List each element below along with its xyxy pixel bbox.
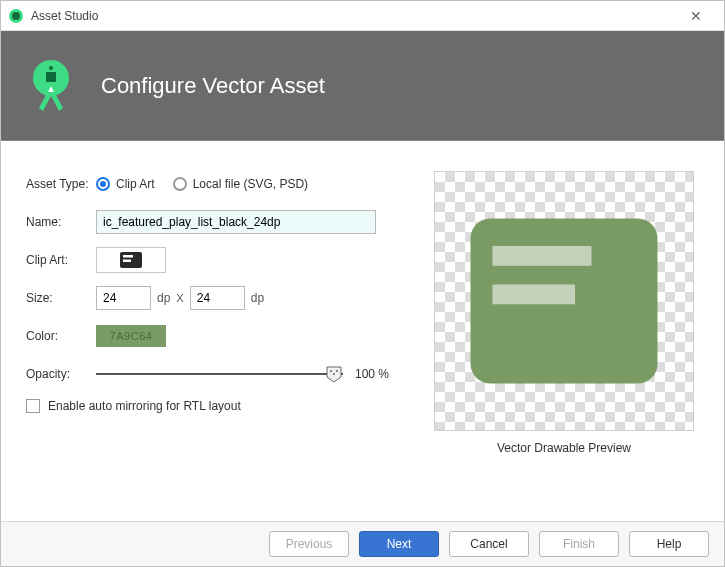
- clip-art-picker-button[interactable]: [96, 247, 166, 273]
- asset-type-label: Asset Type:: [26, 177, 96, 191]
- mirror-row: Enable auto mirroring for RTL layout: [26, 399, 399, 413]
- color-swatch-button[interactable]: 7A9C64: [96, 325, 166, 347]
- clip-art-label: Clip Art:: [26, 253, 96, 267]
- svg-rect-11: [493, 285, 576, 305]
- opacity-value: 100 %: [355, 367, 389, 381]
- radio-local-file[interactable]: Local file (SVG, PSD): [173, 177, 308, 191]
- help-button[interactable]: Help: [629, 531, 709, 557]
- radio-local-file-label: Local file (SVG, PSD): [193, 177, 308, 191]
- radio-dot-icon: [96, 177, 110, 191]
- name-row: Name:: [26, 209, 399, 235]
- svg-point-6: [330, 370, 332, 372]
- dialog-body: Asset Type: Clip Art Local file (SVG, PS…: [1, 141, 724, 521]
- size-separator: X: [176, 292, 183, 304]
- size-label: Size:: [26, 291, 96, 305]
- window-title: Asset Studio: [31, 9, 676, 23]
- svg-rect-1: [46, 72, 56, 82]
- previous-button[interactable]: Previous: [269, 531, 349, 557]
- preview-column: Vector Drawable Preview: [429, 171, 699, 501]
- name-input[interactable]: [96, 210, 376, 234]
- radio-clip-art[interactable]: Clip Art: [96, 177, 155, 191]
- finish-button[interactable]: Finish: [539, 531, 619, 557]
- slider-thumb-icon[interactable]: [325, 365, 343, 383]
- svg-point-8: [333, 373, 335, 375]
- color-row: Color: 7A9C64: [26, 323, 399, 349]
- width-unit: dp: [157, 291, 170, 305]
- preview-label: Vector Drawable Preview: [497, 441, 631, 455]
- svg-point-2: [49, 66, 53, 70]
- opacity-row: Opacity: 100 %: [26, 361, 399, 387]
- asset-type-row: Asset Type: Clip Art Local file (SVG, PS…: [26, 171, 399, 197]
- radio-clip-art-label: Clip Art: [116, 177, 155, 191]
- close-button[interactable]: ✕: [676, 8, 716, 24]
- vector-preview-icon: [454, 191, 674, 411]
- cancel-button[interactable]: Cancel: [449, 531, 529, 557]
- mirror-label: Enable auto mirroring for RTL layout: [48, 399, 241, 413]
- opacity-slider[interactable]: [96, 365, 343, 383]
- asset-type-radio-group: Clip Art Local file (SVG, PSD): [96, 177, 308, 191]
- button-bar: Previous Next Cancel Finish Help: [1, 521, 724, 566]
- radio-dot-icon: [173, 177, 187, 191]
- opacity-label: Opacity:: [26, 367, 96, 381]
- name-label: Name:: [26, 215, 96, 229]
- slider-track: [96, 373, 343, 375]
- svg-rect-5: [123, 260, 131, 263]
- header-banner: Configure Vector Asset: [1, 31, 724, 141]
- next-button[interactable]: Next: [359, 531, 439, 557]
- form-panel: Asset Type: Clip Art Local file (SVG, PS…: [26, 171, 399, 501]
- preview-canvas: [434, 171, 694, 431]
- svg-rect-4: [123, 255, 133, 258]
- featured-play-list-icon: [119, 251, 143, 269]
- mirror-checkbox[interactable]: [26, 399, 40, 413]
- width-input[interactable]: [96, 286, 151, 310]
- height-unit: dp: [251, 291, 264, 305]
- clip-art-row: Clip Art:: [26, 247, 399, 273]
- svg-point-7: [336, 370, 338, 372]
- dialog-window: Asset Studio ✕ Configure Vector Asset As…: [0, 0, 725, 567]
- color-label: Color:: [26, 329, 96, 343]
- height-input[interactable]: [190, 286, 245, 310]
- header-title: Configure Vector Asset: [101, 73, 325, 99]
- size-row: Size: dp X dp: [26, 285, 399, 311]
- vector-asset-icon: [21, 56, 81, 116]
- titlebar: Asset Studio ✕: [1, 1, 724, 31]
- svg-rect-10: [493, 246, 592, 266]
- opacity-slider-wrap: 100 %: [96, 365, 389, 383]
- android-studio-icon: [9, 9, 23, 23]
